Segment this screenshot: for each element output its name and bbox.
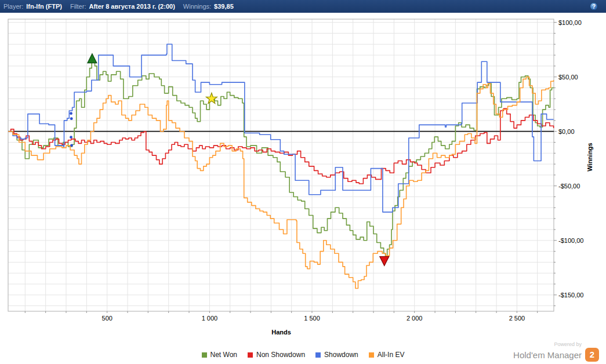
title-bar: Player: lfn-lfn (FTP) Filter: After 8 ав… [0,0,606,13]
series-all-in-ev-line [8,77,554,289]
player-label: Player: [3,3,23,10]
y-tick-label: -$150,00 [558,292,583,299]
powered-by-text: Powered by [554,341,582,347]
marker-star-icon [206,93,217,103]
non-showdown-swatch-icon [248,352,253,358]
marker-dot-icon [70,112,72,115]
marker-triangle-down-icon [380,256,389,265]
filter-label: Filter: [70,3,86,10]
all-in-ev-swatch-icon [369,352,374,358]
x-axis-title: Hands [271,329,291,336]
x-tick-label: 1 500 [304,315,320,322]
marker-dot-icon [70,136,72,139]
help-icon[interactable]: ? [590,2,598,10]
legend-item-all-in-ev[interactable]: All-In EV [369,351,405,359]
y-axis-title: Winnings [586,143,593,171]
series-non-showdown-line [8,108,554,184]
y-tick-label: $50,00 [558,74,578,81]
series-net-won-line [8,63,554,257]
brand-footer: Powered by Hold'em Manager 2 [513,341,599,362]
brand-name: Hold'em Manager [513,350,582,360]
filter-value: After 8 августа 2013 г. (2:00) [89,3,175,10]
winnings-label: Winnings: [183,3,211,10]
y-tick-label: -$50,00 [558,183,580,190]
hm2-badge-icon: 2 [585,348,599,362]
y-tick-label: $0,00 [558,128,575,135]
y-tick-label: -$100,00 [558,237,583,244]
non-showdown-label: Non Showdown [256,351,305,359]
legend-item-showdown[interactable]: Showdown [315,351,358,359]
marker-dot-icon [70,144,73,147]
winnings-chart: 5001 0001 5002 0002 500$100,00$50,00$0,0… [0,0,606,364]
x-tick-label: 500 [102,315,113,322]
app-window: 5001 0001 5002 0002 500$100,00$50,00$0,0… [0,0,606,364]
net-won-swatch-icon [202,352,207,358]
y-tick-label: $100,00 [558,19,582,26]
net-won-label: Net Won [211,351,237,359]
player-value: lfn-lfn (FTP) [26,3,62,10]
x-tick-label: 2 500 [509,315,525,322]
legend-item-non-showdown[interactable]: Non Showdown [248,351,305,359]
legend-item-net-won[interactable]: Net Won [202,351,237,359]
winnings-value: $39,85 [214,3,234,10]
all-in-ev-label: All-In EV [378,351,405,359]
x-tick-label: 1 000 [202,315,218,322]
marker-dot-icon [70,117,73,120]
showdown-label: Showdown [324,351,358,359]
x-tick-label: 2 000 [407,315,423,322]
showdown-swatch-icon [315,352,321,358]
